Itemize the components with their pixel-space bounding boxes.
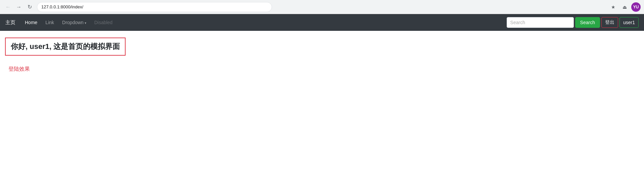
main-content: 你好, user1, 这是首页的模拟界面 登陆效果 <box>0 31 644 79</box>
nav-link-dropdown[interactable]: Dropdown <box>58 15 90 30</box>
extensions-icon[interactable]: ⏏ <box>620 2 629 12</box>
browser-chrome: ← → ↻ ★ ⏏ YU <box>0 0 644 14</box>
user-button[interactable]: user1 <box>619 17 639 28</box>
nav-link-disabled: Disabled <box>90 15 117 30</box>
navbar: 主页 Home Link Dropdown Disabled Search 登出… <box>0 14 644 31</box>
search-button[interactable]: Search <box>575 17 600 28</box>
navbar-nav: Home Link Dropdown Disabled <box>21 15 507 30</box>
login-effect-text: 登陆效果 <box>8 66 639 73</box>
nav-link-link[interactable]: Link <box>41 15 58 30</box>
nav-item-dropdown: Dropdown <box>58 15 90 30</box>
forward-button[interactable]: → <box>14 2 24 12</box>
address-bar-container <box>37 2 606 12</box>
refresh-button[interactable]: ↻ <box>25 2 34 12</box>
navbar-right: Search 登出 user1 <box>507 17 639 28</box>
address-bar[interactable] <box>37 2 272 12</box>
navbar-brand[interactable]: 主页 <box>5 19 15 26</box>
welcome-text: 你好, user1, 这是首页的模拟界面 <box>11 42 120 51</box>
back-button[interactable]: ← <box>3 2 13 12</box>
avatar[interactable]: YU <box>631 2 641 12</box>
nav-item-link: Link <box>41 15 58 30</box>
welcome-box: 你好, user1, 这是首页的模拟界面 <box>5 38 126 56</box>
nav-item-home: Home <box>21 15 41 30</box>
browser-actions: ★ ⏏ YU <box>608 2 641 12</box>
nav-item-disabled: Disabled <box>90 15 117 30</box>
nav-link-home[interactable]: Home <box>21 15 41 30</box>
search-input[interactable] <box>507 17 574 28</box>
logout-button[interactable]: 登出 <box>601 17 618 28</box>
browser-nav-buttons: ← → ↻ <box>3 2 34 12</box>
bookmark-icon[interactable]: ★ <box>608 2 618 12</box>
